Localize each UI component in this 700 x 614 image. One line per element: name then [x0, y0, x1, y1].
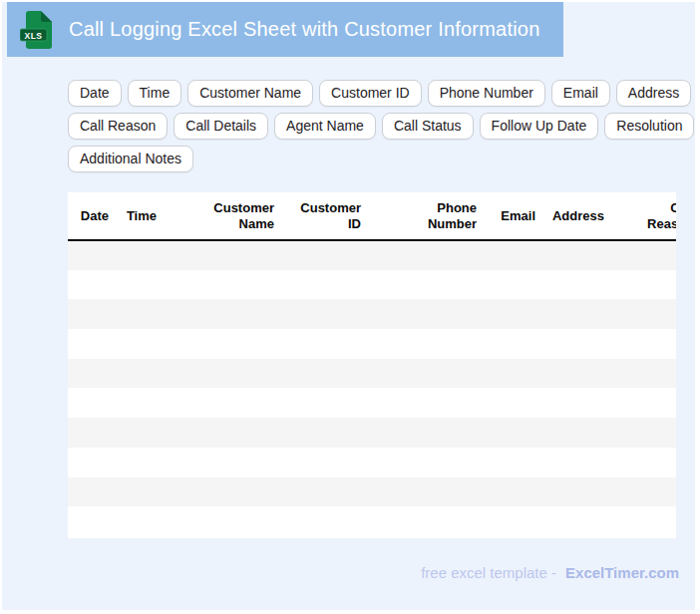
header-bar: XLS Call Logging Excel Sheet with Custom… — [7, 2, 563, 57]
xls-file-icon: XLS — [20, 10, 53, 50]
table-row — [68, 359, 676, 389]
chip-call-details[interactable]: Call Details — [174, 113, 268, 140]
table-header-row: DateTimeCustomer NameCustomer IDPhone Nu… — [68, 192, 676, 240]
xls-badge-text: XLS — [24, 30, 42, 40]
chip-address[interactable]: Address — [616, 80, 691, 107]
column-header-customer-name: Customer Name — [163, 192, 280, 240]
chip-resolution[interactable]: Resolution — [604, 113, 694, 140]
table-row — [68, 448, 676, 477]
table-row — [68, 299, 676, 329]
chip-time[interactable]: Time — [128, 80, 182, 107]
chip-agent-name[interactable]: Agent Name — [274, 113, 376, 140]
table-row — [68, 506, 676, 536]
chip-customer-id[interactable]: Customer ID — [319, 80, 422, 107]
table-row — [68, 270, 676, 300]
column-header-date: Date — [68, 192, 115, 240]
table-row — [68, 240, 676, 270]
table-row — [68, 477, 676, 507]
table-row — [68, 388, 676, 418]
chip-row: Additional Notes — [68, 146, 694, 172]
footer-brand-link[interactable]: ExcelTimer.com — [565, 564, 679, 582]
table-body — [68, 240, 676, 536]
tag-chips: DateTimeCustomer NameCustomer IDPhone Nu… — [68, 80, 694, 178]
call-log-table: DateTimeCustomer NameCustomer IDPhone Nu… — [68, 192, 676, 536]
footer: free excel template - ExcelTimer.com — [421, 564, 679, 582]
column-header-customer-id: Customer ID — [280, 192, 367, 240]
chip-additional-notes[interactable]: Additional Notes — [68, 146, 193, 172]
column-header-call-reason: Call Reason — [610, 192, 676, 240]
chip-email[interactable]: Email — [551, 80, 610, 107]
column-header-phone-number: Phone Number — [367, 192, 483, 240]
table-row — [68, 418, 676, 448]
table-row — [68, 329, 676, 359]
column-header-email: Email — [483, 192, 541, 240]
chip-follow-up-date[interactable]: Follow Up Date — [480, 113, 599, 140]
column-header-time: Time — [115, 192, 163, 240]
chip-call-status[interactable]: Call Status — [382, 113, 474, 140]
footer-text: free excel template - — [421, 564, 556, 582]
chip-customer-name[interactable]: Customer Name — [187, 80, 313, 107]
chip-date[interactable]: Date — [68, 80, 122, 107]
chip-phone-number[interactable]: Phone Number — [428, 80, 545, 107]
chip-call-reason[interactable]: Call Reason — [68, 113, 168, 140]
chip-row: DateTimeCustomer NameCustomer IDPhone Nu… — [68, 80, 694, 107]
spreadsheet-preview: DateTimeCustomer NameCustomer IDPhone Nu… — [68, 192, 676, 538]
column-header-address: Address — [541, 192, 610, 240]
chip-row: Call ReasonCall DetailsAgent NameCall St… — [68, 113, 694, 140]
page-title: Call Logging Excel Sheet with Customer I… — [69, 18, 539, 41]
